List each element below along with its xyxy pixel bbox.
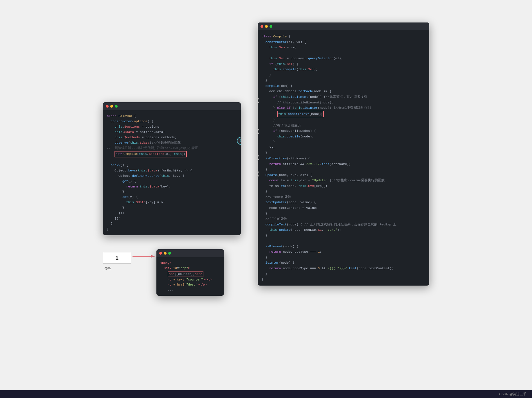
fakevue-code-window: class FakeVue { constructor(options) { t… [103, 102, 241, 235]
browser-preview-section: 1 点击 <bod [103, 249, 224, 296]
counter-label: 点击 [104, 266, 131, 271]
red-arrow-icon [133, 254, 155, 259]
page-container: class FakeVue { constructor(options) { t… [0, 0, 532, 398]
circle-3: 3 [258, 170, 259, 178]
counter-display: 1 [103, 252, 131, 264]
counter-value: 1 [115, 255, 118, 261]
circle-4: 4 [258, 128, 259, 135]
window-dot-yellow [110, 105, 113, 108]
fakevue-code-body: class FakeVue { constructor(options) { t… [103, 110, 241, 235]
window-dot-green [115, 105, 118, 108]
left-column: class FakeVue { constructor(options) { t… [103, 102, 241, 296]
html-window-header [156, 249, 224, 257]
circle-1: 1 [237, 137, 241, 145]
html-code-body: <body> <div id="app"> <p>{{counter}}</p>… [156, 257, 224, 296]
circle-5: 5 [258, 154, 259, 161]
csdn-label: CSDN @笑进三千 [499, 392, 526, 397]
compile-code-window: class Compile { constructor(el, vm) { th… [258, 22, 429, 286]
red-arrow-container [133, 254, 155, 261]
label-text: 点击 [104, 266, 111, 271]
compile-dot-green [270, 25, 272, 28]
compile-dot-yellow [265, 25, 268, 28]
compile-window-header [258, 22, 429, 30]
html-dot-yellow [164, 252, 167, 255]
html-dot-red [159, 252, 162, 255]
window-dot-red [106, 105, 109, 108]
html-dot-green [168, 252, 171, 255]
counter-preview: 1 点击 [103, 252, 131, 271]
compile-dot-red [261, 25, 263, 28]
circle-2: 2 [258, 97, 259, 104]
window-header [103, 102, 241, 110]
html-snippet-window: <body> <div id="app"> <p>{{counter}}</p>… [156, 249, 224, 296]
compile-code-body: class Compile { constructor(el, vm) { th… [258, 30, 429, 286]
bottom-bar: CSDN @笑进三千 [0, 390, 532, 398]
svg-marker-1 [151, 255, 155, 258]
